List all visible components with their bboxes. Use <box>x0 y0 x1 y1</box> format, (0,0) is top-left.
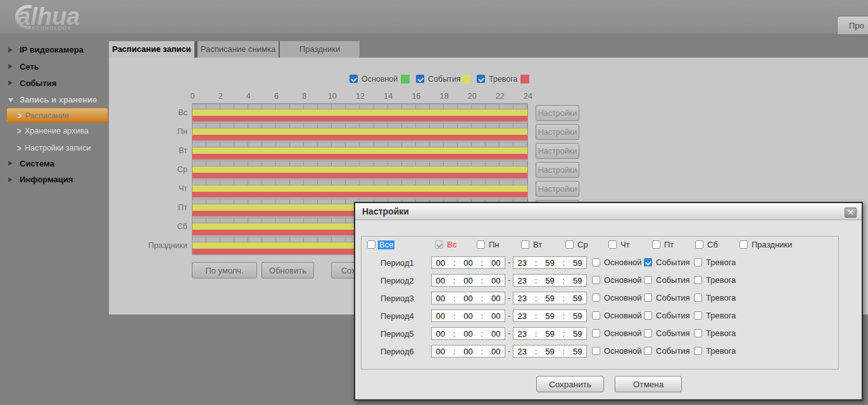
time-segment: 00 <box>436 329 444 339</box>
period-label: Период6 <box>381 347 414 356</box>
period-type-checkbox[interactable] <box>694 276 702 284</box>
time-segment: 23 <box>517 329 526 339</box>
dialog-save-button[interactable]: Сохранить <box>536 376 604 392</box>
period-type-label: Тревога <box>706 275 736 285</box>
time-segment: 59 <box>545 329 554 339</box>
period-type-label: События <box>656 275 690 285</box>
time-segment: 00 <box>463 347 472 356</box>
time-segment: 23 <box>517 347 526 356</box>
time-segment: 23 <box>517 276 526 285</box>
period-type-checkbox[interactable] <box>644 258 652 266</box>
time-colon: : <box>481 276 484 285</box>
time-colon: : <box>535 329 538 339</box>
close-icon[interactable]: ✕ <box>845 208 857 218</box>
time-range-dash: - <box>508 311 510 320</box>
period-end-time[interactable]: 23:59:59 <box>513 292 587 304</box>
dialog-day-checkbox[interactable] <box>739 240 748 249</box>
time-segment: 59 <box>545 258 554 268</box>
period-type-checkbox[interactable] <box>592 329 600 337</box>
dialog-day-checkbox[interactable] <box>477 240 485 249</box>
dialog-day-checkbox[interactable] <box>565 240 574 249</box>
dialog-day-label: Вт <box>532 240 543 249</box>
time-range-dash: - <box>508 346 510 356</box>
dialog-day-checkbox[interactable] <box>695 240 703 249</box>
time-colon: : <box>563 329 565 339</box>
period-label: Период4 <box>381 311 414 321</box>
time-segment: 59 <box>573 276 582 285</box>
time-segment: 59 <box>545 276 554 285</box>
period-type-checkbox[interactable] <box>694 311 702 320</box>
period-start-time[interactable]: 00:00:00 <box>431 274 505 287</box>
time-segment: 00 <box>436 347 444 356</box>
time-segment: 00 <box>463 258 472 268</box>
time-colon: : <box>481 311 484 321</box>
period-end-time[interactable]: 23:59:59 <box>513 309 587 322</box>
time-segment: 23 <box>517 311 526 321</box>
period-type-checkbox[interactable] <box>644 294 652 302</box>
period-label: Период2 <box>381 276 414 285</box>
time-range-dash: - <box>508 275 510 285</box>
period-start-time[interactable]: 00:00:00 <box>431 292 505 304</box>
period-type-checkbox[interactable] <box>592 347 600 355</box>
time-colon: : <box>453 347 456 356</box>
time-segment: 00 <box>491 294 500 303</box>
time-colon: : <box>535 258 538 268</box>
period-type-label: События <box>656 311 690 320</box>
time-segment: 00 <box>491 258 500 268</box>
period-type-checkbox[interactable] <box>592 276 600 284</box>
period-type-checkbox[interactable] <box>644 347 652 355</box>
time-range-dash: - <box>508 328 510 338</box>
time-segment: 00 <box>436 311 444 321</box>
time-colon: : <box>535 294 538 303</box>
time-segment: 00 <box>491 347 500 356</box>
time-segment: 00 <box>491 329 500 339</box>
period-end-time[interactable]: 23:59:59 <box>513 256 587 269</box>
period-type-checkbox[interactable] <box>592 311 600 320</box>
period-type-checkbox[interactable] <box>694 258 702 266</box>
period-type-checkbox[interactable] <box>592 294 600 302</box>
time-colon: : <box>563 294 565 303</box>
time-segment: 59 <box>545 347 554 356</box>
period-type-checkbox[interactable] <box>644 329 652 337</box>
dialog-day-label: Вс <box>446 240 458 249</box>
dialog-day-checkbox[interactable] <box>521 240 529 249</box>
period-type-checkbox[interactable] <box>694 329 702 337</box>
period-type-label: События <box>656 293 690 302</box>
time-segment: 00 <box>463 329 472 339</box>
period-type-label: Основной <box>604 328 642 338</box>
period-start-time[interactable]: 00:00:00 <box>431 309 505 322</box>
period-type-label: Основной <box>604 311 642 320</box>
time-colon: : <box>563 258 565 268</box>
time-range-dash: - <box>508 293 510 302</box>
time-segment: 23 <box>517 258 526 268</box>
time-colon: : <box>535 347 538 356</box>
period-type-checkbox[interactable] <box>592 258 600 266</box>
time-segment: 00 <box>463 294 472 303</box>
period-type-checkbox[interactable] <box>694 294 702 302</box>
time-colon: : <box>481 258 484 268</box>
time-segment: 00 <box>463 276 472 285</box>
period-type-label: Тревога <box>706 293 736 302</box>
dialog-day-label: Пт <box>663 240 675 249</box>
period-label: Период5 <box>381 329 414 339</box>
dialog-day-label: Сб <box>706 240 719 249</box>
period-type-checkbox[interactable] <box>644 276 652 284</box>
time-colon: : <box>453 258 456 268</box>
dialog-day-label: Чт <box>619 240 631 249</box>
period-end-time[interactable]: 23:59:59 <box>513 327 587 340</box>
period-type-checkbox[interactable] <box>644 311 652 320</box>
period-end-time[interactable]: 23:59:59 <box>513 274 587 287</box>
period-type-checkbox[interactable] <box>694 347 702 355</box>
period-start-time[interactable]: 00:00:00 <box>431 327 505 340</box>
time-segment: 59 <box>573 311 582 321</box>
dialog-day-checkbox[interactable] <box>367 240 375 249</box>
time-colon: : <box>453 329 456 339</box>
period-start-time[interactable]: 00:00:00 <box>431 345 505 358</box>
period-end-time[interactable]: 23:59:59 <box>513 345 587 358</box>
period-start-time[interactable]: 00:00:00 <box>431 256 505 269</box>
dialog-day-checkbox[interactable] <box>608 240 617 249</box>
dialog-cancel-button[interactable]: Отмена <box>615 376 682 392</box>
dialog-day-checkbox[interactable] <box>652 240 660 249</box>
time-colon: : <box>563 311 565 321</box>
dialog-day-checkbox[interactable] <box>435 240 443 249</box>
